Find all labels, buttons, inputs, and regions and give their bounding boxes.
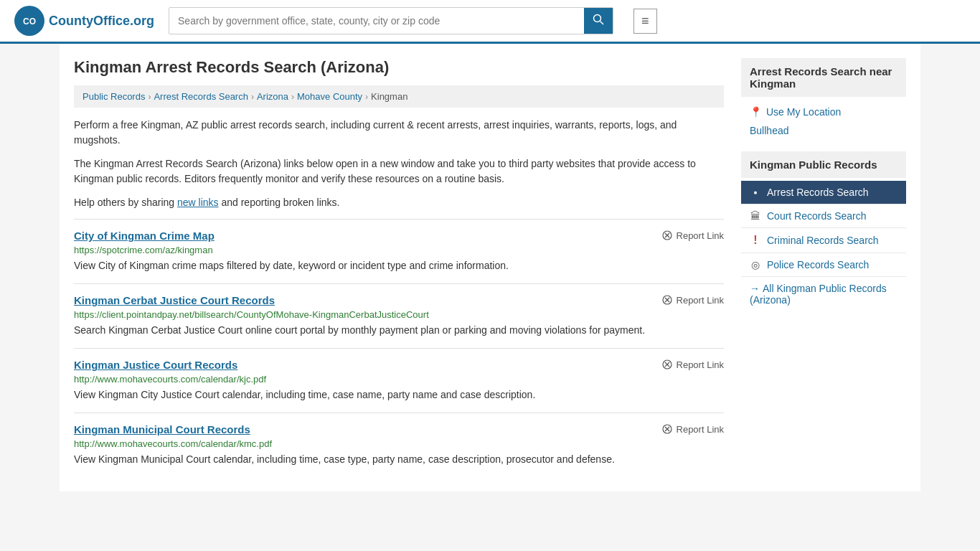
breadcrumb-public-records[interactable]: Public Records xyxy=(83,91,145,102)
record-desc-0: View City of Kingman crime maps filtered… xyxy=(74,258,724,273)
report-link-button-0[interactable]: Report Link xyxy=(661,230,724,241)
record-desc-1: Search Kingman Cerbat Justice Court onli… xyxy=(74,323,724,338)
page-title: Kingman Arrest Records Search (Arizona) xyxy=(74,58,724,77)
sidebar-menu-item-2[interactable]: ! Criminal Records Search xyxy=(741,228,906,253)
sidebar-menu: ▪ Arrest Records Search 🏛 Court Records … xyxy=(741,181,906,277)
search-input[interactable] xyxy=(169,9,584,32)
sidebar-arrest-header: Arrest Records Search near Kingman xyxy=(741,58,906,97)
records-list: City of Kingman Crime Map Report Link ht… xyxy=(74,219,724,477)
record-desc-2: View Kingman City Justice Court calendar… xyxy=(74,387,724,402)
logo[interactable]: CO CountyOffice.org xyxy=(14,6,154,36)
report-link-icon xyxy=(661,230,673,241)
report-link-button-2[interactable]: Report Link xyxy=(661,359,724,370)
logo-icon: CO xyxy=(14,6,44,36)
breadcrumb-mohave-county[interactable]: Mohave County xyxy=(297,91,362,102)
logo-text: CountyOffice.org xyxy=(49,14,154,29)
arrest-records-icon: ▪ xyxy=(750,187,761,198)
breadcrumb-arizona[interactable]: Arizona xyxy=(257,91,288,102)
bc-sep-1: › xyxy=(148,92,151,102)
record-header: Kingman Municipal Court Records Report L… xyxy=(74,423,724,435)
report-link-icon xyxy=(661,294,673,306)
court-records-icon: 🏛 xyxy=(750,210,761,222)
location-pin-icon: 📍 xyxy=(750,106,762,118)
header: CO CountyOffice.org ≡ xyxy=(0,0,980,44)
search-bar xyxy=(169,7,613,34)
sidebar-menu-item-0[interactable]: ▪ Arrest Records Search xyxy=(741,181,906,204)
sidebar-menu-label-1[interactable]: Court Records Search xyxy=(767,210,867,222)
sidebar-bullhead[interactable]: Bullhead xyxy=(741,121,906,140)
breadcrumb-kingman: Kingman xyxy=(371,91,407,102)
bc-sep-3: › xyxy=(291,92,294,102)
record-title-1[interactable]: Kingman Cerbat Justice Court Records xyxy=(74,294,275,306)
hamburger-button[interactable]: ≡ xyxy=(633,9,657,34)
breadcrumb: Public Records › Arrest Records Search ›… xyxy=(74,85,724,108)
bc-sep-4: › xyxy=(365,92,368,102)
record-title-2[interactable]: Kingman Justice Court Records xyxy=(74,359,237,371)
sidebar-public-records-header: Kingman Public Records xyxy=(741,151,906,178)
record-desc-3: View Kingman Municipal Court calendar, i… xyxy=(74,452,724,467)
record-url-2[interactable]: http://www.mohavecourts.com/calendar/kjc… xyxy=(74,374,724,385)
use-my-location[interactable]: 📍 Use My Location xyxy=(741,103,906,121)
sidebar-menu-label-3[interactable]: Police Records Search xyxy=(767,259,869,270)
bc-sep-2: › xyxy=(251,92,254,102)
sidebar-menu-item-3[interactable]: ◎ Police Records Search xyxy=(741,253,906,277)
record-entry: Kingman Cerbat Justice Court Records Rep… xyxy=(74,283,724,348)
content-area: Kingman Arrest Records Search (Arizona) … xyxy=(74,58,724,477)
svg-line-3 xyxy=(600,22,604,25)
record-header: Kingman Justice Court Records Report Lin… xyxy=(74,359,724,371)
svg-point-2 xyxy=(594,15,601,22)
record-title-0[interactable]: City of Kingman Crime Map xyxy=(74,230,215,242)
record-url-0[interactable]: https://spotcrime.com/az/kingman xyxy=(74,245,724,255)
search-button[interactable] xyxy=(584,8,613,34)
report-link-icon xyxy=(661,359,673,370)
sidebar: Arrest Records Search near Kingman 📍 Use… xyxy=(741,58,906,477)
sidebar-menu-item-1[interactable]: 🏛 Court Records Search xyxy=(741,204,906,228)
sidebar-menu-label-0[interactable]: Arrest Records Search xyxy=(767,187,869,198)
record-header: Kingman Cerbat Justice Court Records Rep… xyxy=(74,294,724,306)
description-3: Help others by sharing new links and rep… xyxy=(74,195,724,210)
criminal-records-icon: ! xyxy=(750,234,761,247)
record-url-1[interactable]: https://client.pointandpay.net/billsearc… xyxy=(74,309,724,320)
record-entry: City of Kingman Crime Map Report Link ht… xyxy=(74,219,724,283)
report-link-button-1[interactable]: Report Link xyxy=(661,294,724,306)
sidebar-menu-label-2[interactable]: Criminal Records Search xyxy=(767,235,879,246)
record-entry: Kingman Justice Court Records Report Lin… xyxy=(74,348,724,413)
description-1: Perform a free Kingman, AZ public arrest… xyxy=(74,118,724,148)
record-title-3[interactable]: Kingman Municipal Court Records xyxy=(74,423,250,435)
new-links-link[interactable]: new links xyxy=(177,197,219,208)
sidebar-all-records[interactable]: →All Kingman Public Records (Arizona) xyxy=(741,277,906,311)
record-header: City of Kingman Crime Map Report Link xyxy=(74,230,724,242)
main-container: Kingman Arrest Records Search (Arizona) … xyxy=(60,44,920,491)
report-link-icon xyxy=(661,423,673,435)
police-records-icon: ◎ xyxy=(750,259,761,270)
report-link-button-3[interactable]: Report Link xyxy=(661,423,724,435)
record-entry: Kingman Municipal Court Records Report L… xyxy=(74,413,724,477)
description-2: The Kingman Arrest Records Search (Arizo… xyxy=(74,156,724,187)
record-url-3[interactable]: http://www.mohavecourts.com/calendar/kmc… xyxy=(74,438,724,449)
svg-text:CO: CO xyxy=(23,17,36,27)
breadcrumb-arrest-records[interactable]: Arrest Records Search xyxy=(154,91,248,102)
